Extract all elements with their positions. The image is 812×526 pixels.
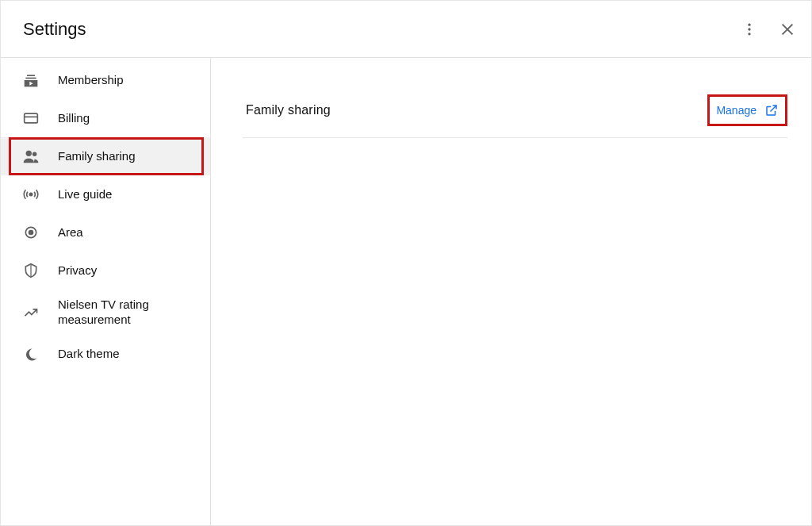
section-title: Family sharing — [246, 103, 707, 117]
moon-icon — [21, 345, 40, 364]
trending-icon — [21, 303, 40, 322]
sidebar-item-billing[interactable]: Billing — [1, 99, 210, 137]
sidebar-item-label: Family sharing — [58, 149, 136, 164]
page-title: Settings — [23, 19, 740, 40]
manage-link[interactable]: Manage — [710, 98, 785, 122]
sidebar: Membership Billing Family sharing L — [1, 58, 211, 525]
section-header-row: Family sharing Manage — [243, 90, 787, 138]
credit-card-icon — [21, 109, 40, 128]
sidebar-item-label: Area — [58, 225, 83, 240]
more-vert-icon — [741, 21, 757, 37]
people-icon — [21, 147, 40, 166]
sidebar-item-label: Membership — [58, 73, 124, 88]
more-options-button[interactable] — [740, 20, 759, 39]
sidebar-item-label: Nielsen TV rating measurement — [58, 298, 197, 328]
sidebar-item-membership[interactable]: Membership — [1, 61, 210, 99]
sidebar-item-label: Dark theme — [58, 347, 120, 362]
sidebar-item-label: Live guide — [58, 187, 112, 202]
svg-point-6 — [33, 152, 37, 157]
open-in-new-icon — [764, 103, 779, 117]
sidebar-item-area[interactable]: Area — [1, 213, 210, 251]
svg-point-2 — [748, 33, 750, 35]
svg-point-5 — [26, 151, 32, 156]
svg-rect-4 — [25, 113, 38, 123]
sidebar-item-label: Privacy — [58, 263, 97, 278]
sidebar-item-dark-theme[interactable]: Dark theme — [1, 336, 210, 374]
sidebar-item-nielsen[interactable]: Nielsen TV rating measurement — [1, 290, 210, 336]
close-button[interactable] — [778, 20, 797, 39]
sidebar-item-privacy[interactable]: Privacy — [1, 251, 210, 290]
shield-icon — [21, 261, 40, 280]
sidebar-item-family-sharing[interactable]: Family sharing — [1, 137, 210, 175]
close-icon — [779, 21, 796, 38]
annotation-box: Manage — [707, 94, 787, 126]
manage-link-label: Manage — [716, 104, 756, 117]
header: Settings — [1, 1, 811, 58]
svg-point-7 — [29, 193, 32, 195]
target-icon — [21, 223, 40, 242]
broadcast-icon — [21, 185, 40, 204]
main-content: Family sharing Manage — [211, 58, 811, 525]
sidebar-item-live-guide[interactable]: Live guide — [1, 175, 210, 213]
svg-point-9 — [29, 231, 33, 235]
svg-point-1 — [748, 28, 750, 30]
sidebar-item-label: Billing — [58, 111, 90, 126]
svg-point-0 — [748, 23, 750, 25]
subscriptions-icon — [21, 71, 40, 90]
